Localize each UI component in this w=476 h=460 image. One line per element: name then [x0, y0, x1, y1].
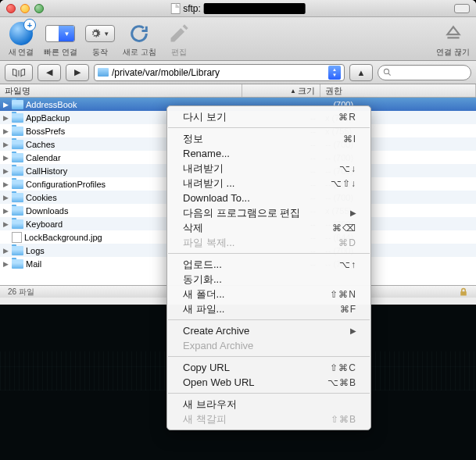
file-name: CallHistory	[26, 166, 67, 176]
menu-label: 동기화...	[183, 273, 222, 287]
menu-item[interactable]: 동기화...	[167, 272, 370, 287]
menu-separator	[168, 253, 370, 254]
chevron-right-icon: ▶	[74, 67, 81, 77]
menu-item[interactable]: 업로드...⌥↑	[167, 257, 370, 272]
forward-button[interactable]: ▶	[66, 64, 89, 81]
menu-label: 정보	[183, 132, 203, 146]
path-stepper[interactable]: ▲▼	[328, 66, 341, 80]
menu-item[interactable]: 내려받기⌥↓	[167, 161, 370, 176]
menu-item[interactable]: Create Archive▶	[167, 323, 370, 338]
menu-item[interactable]: Rename...	[167, 146, 370, 161]
menu-label: Rename...	[183, 148, 230, 159]
back-button[interactable]: ◀	[38, 64, 61, 81]
menu-item[interactable]: 새 파일...⌘F	[167, 301, 370, 316]
disclosure-triangle-icon[interactable]: ▶	[3, 247, 9, 255]
shortcut: ⇧⌘C	[330, 362, 356, 373]
file-name: Mail	[26, 259, 41, 269]
context-menu: 다시 보기⌘R정보⌘IRename...내려받기⌥↓내려받기 ...⌥⇧↓Dow…	[166, 105, 371, 430]
file-name: Calendar	[26, 153, 61, 162]
menu-label: 다음의 프로그램으로 편집	[183, 206, 300, 220]
disclosure-triangle-icon[interactable]: ▶	[3, 167, 9, 175]
menu-item[interactable]: 내려받기 ...⌥⇧↓	[167, 176, 370, 191]
menu-label: Expand Archive	[183, 340, 253, 351]
folder-icon	[12, 166, 23, 176]
folder-icon	[12, 219, 23, 229]
menu-label: 새 폴더...	[183, 287, 224, 301]
main-toolbar: 새 연결 ▼ 빠른 연결 ▼ 동작 새로 고침 편집 연결 끊기	[0, 17, 476, 61]
title-redacted	[204, 3, 306, 14]
refresh-button[interactable]: 새로 고침	[123, 21, 156, 58]
folder-icon	[12, 127, 23, 136]
quick-connect-combo[interactable]: ▼	[45, 25, 75, 42]
new-connection-button[interactable]: 새 연결	[6, 21, 36, 58]
zoom-icon[interactable]	[34, 4, 44, 13]
disclosure-triangle-icon[interactable]: ▶	[3, 127, 9, 135]
header-name[interactable]: 파일명	[0, 84, 242, 97]
disclosure-triangle-icon[interactable]: ▶	[3, 220, 9, 228]
menu-label: Open Web URL	[183, 376, 255, 388]
menu-item[interactable]: 삭제⌘⌫	[167, 220, 370, 235]
header-perm[interactable]: 권한	[320, 84, 476, 97]
title-text: sftp:	[183, 3, 201, 14]
globe-plus-icon	[9, 22, 33, 45]
folder-icon	[12, 100, 23, 109]
shortcut: ⌘⌫	[332, 223, 356, 234]
toolbar-toggle-button[interactable]	[454, 4, 470, 13]
menu-item[interactable]: 새 폴더...⇧⌘N	[167, 287, 370, 301]
bookmarks-button[interactable]	[5, 64, 33, 81]
menu-item[interactable]: 새 브라우저	[167, 397, 370, 412]
disclosure-triangle-icon[interactable]: ▶	[3, 260, 9, 268]
shortcut: ⇧⌘N	[330, 289, 356, 300]
up-button[interactable]: ▲	[349, 64, 373, 81]
menu-item[interactable]: 정보⌘I	[167, 131, 370, 146]
disclosure-triangle-icon[interactable]: ▶	[3, 101, 9, 109]
path-field[interactable]: /private/var/mobile/Library ▲▼	[94, 64, 345, 81]
folder-icon	[12, 206, 23, 216]
menu-label: 업로드...	[183, 258, 222, 272]
shortcut: ⌥↓	[339, 163, 356, 174]
disclosure-triangle-icon[interactable]: ▶	[3, 141, 9, 148]
menu-label: 새 파일...	[183, 302, 224, 316]
action-menu-button[interactable]: ▼ 동작	[85, 21, 115, 58]
menu-item[interactable]: 다음의 프로그램으로 편집▶	[167, 205, 370, 220]
refresh-icon	[128, 23, 150, 45]
lock-icon	[459, 287, 468, 297]
menu-label: Download To...	[183, 192, 250, 204]
disclosure-triangle-icon[interactable]: ▶	[3, 154, 9, 162]
disconnect-button[interactable]: 연결 끊기	[436, 21, 470, 58]
submenu-arrow-icon: ▶	[350, 209, 356, 217]
disclosure-triangle-icon[interactable]: ▶	[3, 114, 9, 122]
menu-label: 내려받기 ...	[183, 177, 234, 191]
menu-label: Create Archive	[183, 325, 249, 337]
file-name: Keyboard	[26, 219, 63, 229]
chevron-left-icon: ◀	[46, 67, 52, 77]
header-size[interactable]: ▲크기	[242, 84, 320, 97]
shortcut: ⌥⌘B	[327, 377, 356, 388]
disclosure-triangle-icon[interactable]: ▶	[3, 207, 9, 215]
shortcut: ⌥↑	[339, 259, 356, 270]
edit-button: 편집	[164, 21, 194, 58]
menu-label: 새 브라우저	[183, 398, 237, 412]
minimize-icon[interactable]	[20, 4, 30, 13]
menu-item[interactable]: 다시 보기⌘R	[167, 109, 370, 124]
menu-item: 파일 복제...⌘D	[167, 235, 370, 250]
menu-separator	[168, 356, 370, 357]
quick-connect[interactable]: ▼ 빠른 연결	[44, 21, 77, 58]
shortcut: ⌥⇧↓	[331, 178, 356, 189]
file-name: Logs	[26, 246, 45, 255]
path-text: /private/var/mobile/Library	[112, 67, 220, 78]
document-icon	[170, 3, 180, 14]
book-icon	[12, 67, 26, 78]
file-name: AddressBook	[26, 100, 77, 109]
folder-icon	[12, 140, 23, 149]
menu-item[interactable]: Open Web URL⌥⌘B	[167, 375, 370, 390]
search-field[interactable]	[378, 65, 471, 80]
disclosure-triangle-icon[interactable]: ▶	[3, 180, 9, 188]
close-icon[interactable]	[6, 4, 16, 13]
menu-item[interactable]: Download To...	[167, 191, 370, 205]
search-input[interactable]	[395, 68, 457, 77]
eject-icon	[443, 23, 463, 44]
menu-item[interactable]: Copy URL⇧⌘C	[167, 360, 370, 375]
disclosure-triangle-icon[interactable]: ▶	[3, 194, 9, 201]
menu-separator	[168, 393, 370, 394]
